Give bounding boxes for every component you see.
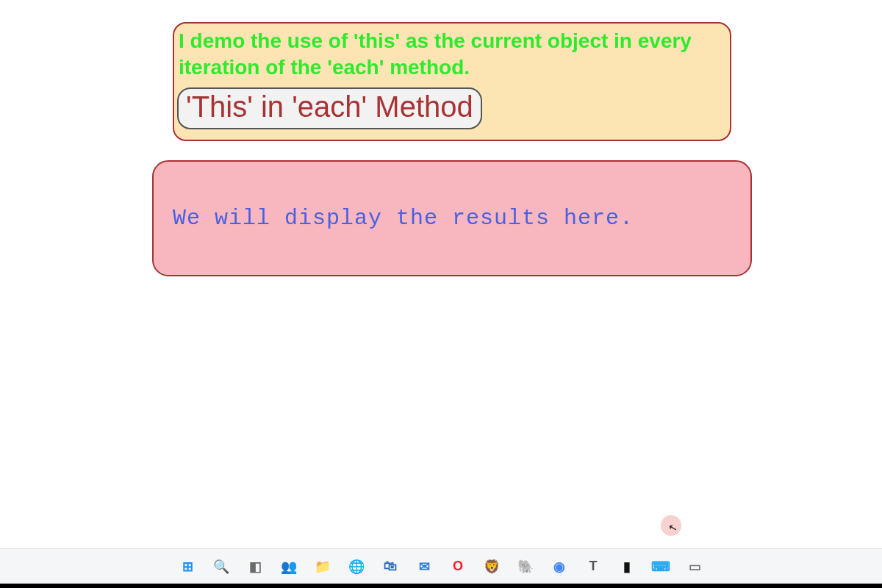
- opera-icon[interactable]: O: [447, 556, 469, 578]
- chrome-icon[interactable]: ◉: [548, 556, 570, 578]
- run-demo-button[interactable]: 'This' in 'each' Method: [177, 87, 482, 129]
- screentogif-icon[interactable]: ▭: [684, 556, 706, 578]
- taskbar: ⊞🔍◧👥📁🌐🛍✉O🦁🐘◉T▮⌨▭: [0, 548, 882, 584]
- cursor-highlight: [661, 515, 681, 536]
- evernote-icon[interactable]: 🐘: [514, 556, 537, 578]
- teams-icon[interactable]: 👥: [278, 556, 300, 578]
- terminal-icon[interactable]: ▮: [616, 556, 638, 578]
- search-icon[interactable]: 🔍: [210, 556, 232, 578]
- vscode-icon[interactable]: ⌨: [650, 556, 672, 578]
- start-icon[interactable]: ⊞: [176, 556, 198, 578]
- bottom-border: [0, 584, 882, 588]
- intro-text: I demo the use of 'this' as the current …: [174, 28, 730, 82]
- results-card: We will display the results here.: [152, 160, 752, 276]
- store-icon[interactable]: 🛍: [379, 556, 401, 578]
- results-text: We will display the results here.: [173, 206, 634, 231]
- button-wrap: 'This' in 'each' Method: [177, 87, 730, 129]
- edge-icon[interactable]: 🌐: [345, 556, 368, 578]
- brave-icon[interactable]: 🦁: [481, 556, 503, 578]
- mail-icon[interactable]: ✉: [413, 556, 435, 578]
- text-icon[interactable]: T: [582, 556, 604, 578]
- demo-intro-card: I demo the use of 'this' as the current …: [173, 22, 731, 141]
- taskview-icon[interactable]: ◧: [244, 556, 266, 578]
- explorer-icon[interactable]: 📁: [312, 556, 334, 578]
